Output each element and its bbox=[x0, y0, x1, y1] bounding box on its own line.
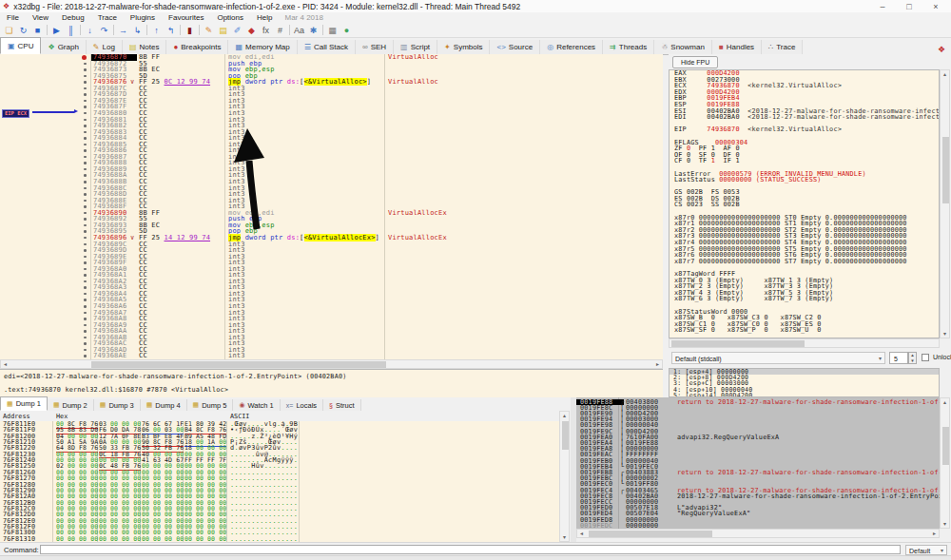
tab-log[interactable]: ✎Log bbox=[87, 40, 123, 54]
register-line[interactable]: x87TW_6 3 (Empty) x87TW_7 3 (Empty) bbox=[670, 296, 939, 302]
register-line[interactable]: LastStatus 00000000 (STATUS_SUCCESS) bbox=[670, 177, 939, 183]
tab-snowman[interactable]: ☃Snowman bbox=[654, 40, 712, 54]
tab-trace[interactable]: ∴Trace bbox=[762, 40, 803, 54]
scroll-left-arrow[interactable]: ◂ bbox=[1, 360, 10, 368]
dump-tab-dump-3[interactable]: ▦Dump 3 bbox=[94, 399, 141, 411]
registers-vscrollbar[interactable]: ▴ ▾ bbox=[940, 69, 950, 338]
register-line[interactable]: CS 0023 SS 002B bbox=[670, 202, 939, 208]
font-icon[interactable]: Aa bbox=[292, 24, 306, 37]
spinner-arrows[interactable]: ▲▼ bbox=[908, 352, 917, 364]
tab-seh[interactable]: ∞SEH bbox=[356, 40, 394, 54]
tab-source[interactable]: <>Source bbox=[490, 40, 540, 54]
registers-hscrollbar[interactable] bbox=[669, 338, 940, 348]
globe-icon[interactable]: ● bbox=[340, 24, 354, 37]
scroll-thumb[interactable] bbox=[589, 531, 712, 537]
dump-tab-watch-1[interactable]: ◉Watch 1 bbox=[233, 399, 280, 411]
register-value[interactable]: 74936870 bbox=[707, 126, 739, 133]
tab-symbols[interactable]: ✦Symbols bbox=[437, 40, 490, 54]
disasm-row[interactable]: 749368AECCint3 bbox=[0, 353, 663, 359]
maximize-button[interactable]: □ bbox=[896, 2, 922, 11]
scroll-thumb[interactable] bbox=[942, 427, 949, 465]
dump-vscrollbar[interactable]: ▴ ▾ bbox=[559, 411, 570, 542]
scroll-left-arrow[interactable]: ◂ bbox=[577, 530, 586, 537]
scroll-thumb[interactable] bbox=[91, 361, 386, 368]
menu-item-view[interactable]: View bbox=[26, 13, 55, 22]
hide-fpu-button[interactable]: Hide FPU bbox=[672, 56, 718, 68]
step-into-icon[interactable]: ↓ bbox=[83, 24, 97, 37]
minimize-button[interactable]: – bbox=[869, 2, 896, 11]
scroll-right-arrow[interactable]: ▸ bbox=[930, 530, 939, 537]
register-value[interactable]: 00402BA0 bbox=[707, 113, 739, 121]
tab-cpu[interactable]: ▣CPU bbox=[0, 37, 41, 54]
register-line[interactable]: x87SW_SF 0 x87SW_P 0 x87SW_U 0 bbox=[670, 327, 939, 334]
restart-icon[interactable]: ↻ bbox=[16, 24, 30, 37]
stop-icon[interactable]: ■ bbox=[30, 24, 45, 37]
calling-convention-select[interactable]: Default (stdcall) ▾ bbox=[671, 352, 885, 364]
scroll-right-arrow[interactable]: ▸ bbox=[653, 360, 662, 368]
breakpoint-icon[interactable]: ▮ bbox=[183, 24, 197, 37]
tab-handles[interactable]: ■Handles bbox=[712, 40, 762, 54]
execute-till-return-icon[interactable]: ↑ bbox=[149, 24, 164, 37]
scroll-up-arrow[interactable]: ▴ bbox=[941, 70, 949, 78]
plugin-icon[interactable]: ❖ bbox=[938, 45, 945, 54]
tab-threads[interactable]: ⇉Threads bbox=[603, 40, 654, 54]
x87-register-line[interactable]: x87r7 00000000000000000000 ST7 Empty 0.0… bbox=[670, 259, 939, 265]
dump-tab-locals[interactable]: x=Locals bbox=[281, 399, 323, 411]
stack-hscrollbar[interactable]: ◂ ▸ bbox=[576, 529, 940, 538]
settings-icon[interactable]: ✱ bbox=[306, 24, 320, 37]
tab-graph[interactable]: ❖Graph bbox=[41, 40, 86, 54]
command-input[interactable] bbox=[40, 545, 901, 554]
run-icon[interactable]: ▶ bbox=[49, 24, 64, 37]
dump-tab-struct[interactable]: §Struct bbox=[323, 399, 361, 411]
scroll-down-arrow[interactable]: ▾ bbox=[941, 520, 949, 528]
command-mode-select[interactable]: Default ▾ bbox=[905, 545, 947, 555]
register-line[interactable]: EIP 74936870 <kernel32.VirtualAlloc> bbox=[670, 126, 939, 133]
calculator-icon[interactable]: ▦ bbox=[325, 24, 340, 37]
scroll-up-arrow[interactable]: ▴ bbox=[560, 412, 569, 419]
menu-item-options[interactable]: Options bbox=[210, 13, 250, 22]
hash-icon[interactable]: # bbox=[273, 24, 287, 37]
tab-notes[interactable]: ▤Notes bbox=[123, 40, 166, 54]
scroll-thumb[interactable] bbox=[562, 421, 569, 450]
run-trace-icon[interactable]: ↰ bbox=[164, 24, 178, 37]
menu-item-file[interactable]: File bbox=[0, 13, 26, 22]
stack-row[interactable]: 0019FEDC00000000 bbox=[576, 523, 940, 529]
step-over-icon[interactable]: ↷ bbox=[97, 24, 111, 37]
step-out-icon[interactable]: ↳ bbox=[130, 24, 145, 37]
dump-tab-dump-2[interactable]: ▦Dump 2 bbox=[48, 399, 94, 411]
scroll-down-arrow[interactable]: ▾ bbox=[941, 330, 949, 338]
menu-item-help[interactable]: Help bbox=[250, 13, 279, 22]
scroll-thumb[interactable] bbox=[671, 340, 805, 347]
scroll-up-arrow[interactable]: ▴ bbox=[941, 398, 949, 406]
register-line[interactable]: CF 0 TF 1 IF 1 bbox=[670, 158, 939, 164]
menu-item-trace[interactable]: Trace bbox=[91, 13, 124, 22]
dump-tab-dump-4[interactable]: ▦Dump 4 bbox=[141, 399, 187, 411]
argument-count-spinner[interactable]: 5 bbox=[889, 352, 908, 364]
close-button[interactable]: × bbox=[922, 2, 949, 11]
tab-references[interactable]: ◎References bbox=[540, 40, 603, 54]
menu-item-debug[interactable]: Debug bbox=[55, 13, 91, 22]
menu-item-plugins[interactable]: Plugins bbox=[124, 13, 162, 22]
menu-item-favourites[interactable]: Favourites bbox=[162, 13, 210, 22]
patches-icon[interactable]: ✐ bbox=[230, 24, 244, 37]
tab-call-stack[interactable]: ☰Call Stack bbox=[298, 40, 356, 54]
run-to-user-code-icon[interactable]: → bbox=[116, 24, 130, 37]
scroll-thumb[interactable] bbox=[942, 137, 949, 203]
stack-vscrollbar[interactable]: ▴ ▾ bbox=[940, 397, 950, 529]
breakpoint-dot[interactable] bbox=[82, 55, 87, 60]
pause-icon[interactable]: ║ bbox=[64, 24, 78, 37]
scroll-down-arrow[interactable]: ▾ bbox=[560, 533, 569, 541]
eraser-icon[interactable]: ◆ bbox=[244, 24, 259, 37]
edit-icon[interactable]: ✎ bbox=[202, 24, 216, 37]
register-line[interactable]: EDI 00402BA0 <2018-12-27-malware-for-sha… bbox=[670, 114, 939, 121]
dump-tab-dump-5[interactable]: ▦Dump 5 bbox=[187, 399, 234, 411]
notes-icon[interactable]: ▤ bbox=[216, 24, 230, 37]
disasm-hscrollbar[interactable]: ◂ ▸ bbox=[0, 359, 663, 369]
dump-tab-dump-1[interactable]: ▦Dump 1 bbox=[0, 396, 48, 411]
unlocked-checkbox[interactable] bbox=[922, 354, 929, 361]
fx-icon[interactable]: fx bbox=[259, 24, 273, 37]
tab-memory-map[interactable]: ▦Memory Map bbox=[228, 40, 297, 54]
tab-breakpoints[interactable]: ●Breakpoints bbox=[166, 40, 228, 54]
tab-script[interactable]: ▥Script bbox=[394, 40, 437, 54]
open-file-icon[interactable]: ❏ bbox=[2, 24, 16, 37]
